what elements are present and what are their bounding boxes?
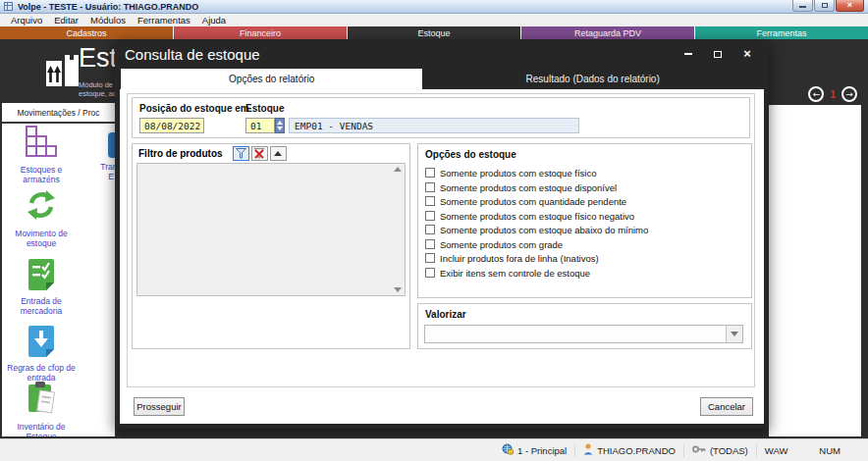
checkbox-quantidade-pendente[interactable]: Somente produtos com quantidade pendente bbox=[425, 195, 626, 207]
window-title: Volpe - TESTE - Usuário: THIAGO.PRANDO bbox=[18, 2, 198, 12]
estoque-code-input[interactable]: 01 bbox=[245, 118, 275, 133]
tab-resultado-relatorio[interactable]: Resultado (Dados do relatório) bbox=[422, 69, 763, 89]
checkbox-sem-controle-estoque[interactable]: Exibir itens sem controle de estoque bbox=[425, 267, 590, 279]
tab-estoque[interactable]: Estoque bbox=[348, 26, 520, 39]
titlebar: Volpe - TESTE - Usuário: THIAGO.PRANDO × bbox=[0, 0, 868, 14]
user-icon bbox=[583, 443, 593, 457]
globe-icon bbox=[502, 443, 514, 457]
transfer-icon bbox=[108, 132, 115, 158]
sidebar-item-transferencia-partial[interactable]: Trans E bbox=[96, 132, 115, 181]
stock-options-title: Opções do estoque bbox=[425, 149, 516, 160]
position-date-input[interactable]: 08/08/2022 bbox=[139, 118, 204, 133]
statusbar: 1 - Principal THIAGO.PRANDO (TODAS) bbox=[0, 438, 868, 461]
dialog-titlebar: Consulta de estoque × bbox=[115, 39, 769, 69]
tab-cadastros[interactable]: Cadastros bbox=[0, 26, 173, 39]
dialog-minimize-button[interactable] bbox=[682, 48, 694, 60]
report-options-groupbox: Posição do estoque em Estoque 08/08/2022… bbox=[127, 93, 755, 387]
cancel-button[interactable]: Cancelar bbox=[700, 397, 753, 416]
status-numlock: NUM bbox=[811, 445, 848, 456]
sidebar: Movimentações / Proc Estoques e armazéns bbox=[2, 103, 115, 436]
estoque-description-field[interactable]: EMP01 - VENDAS bbox=[289, 118, 579, 133]
module-tabs: Cadastros Financeiro Estoque Retaguarda … bbox=[0, 26, 868, 39]
checkbox-abaixo-minimo[interactable]: Somente produtos com estoque abaixo do m… bbox=[425, 224, 648, 235]
position-date-label: Posição do estoque em bbox=[139, 103, 249, 114]
sidebar-item-regras-cfop[interactable]: Regras de cfop de entrada bbox=[2, 324, 81, 383]
checkbox-icon[interactable] bbox=[425, 196, 435, 206]
product-filter-list[interactable] bbox=[136, 163, 406, 296]
checkbox-icon[interactable] bbox=[425, 253, 435, 263]
page-forward-button[interactable]: → bbox=[841, 86, 857, 102]
valorizar-dropdown[interactable] bbox=[424, 325, 743, 343]
module-area: Estoque Módulo de estoque, ac ← 1 → Movi… bbox=[0, 39, 868, 438]
checkbox-icon[interactable] bbox=[425, 211, 435, 221]
status-scope[interactable]: (TODAS) bbox=[684, 444, 756, 456]
clear-filter-button[interactable] bbox=[251, 146, 268, 161]
chevron-down-icon bbox=[731, 332, 738, 336]
menu-ajuda[interactable]: Ajuda bbox=[196, 15, 232, 26]
funnel-clear-icon bbox=[253, 145, 265, 163]
status-user[interactable]: THIAGO.PRANDO bbox=[575, 443, 683, 457]
estoque-label: Estoque bbox=[245, 103, 284, 114]
tab-retaguarda-pdv[interactable]: Retaguarda PDV bbox=[521, 26, 694, 39]
menubar: Arquivo Editar Módulos Ferramentas Ajuda bbox=[0, 14, 868, 26]
tab-ferramentas[interactable]: Ferramentas bbox=[695, 26, 868, 39]
filter-title: Filtro de produtos bbox=[138, 148, 223, 159]
checkbox-com-grade[interactable]: Somente produtos com grade bbox=[425, 238, 563, 250]
checkbox-icon[interactable] bbox=[425, 182, 435, 192]
add-filter-button[interactable] bbox=[233, 146, 249, 161]
page-back-button[interactable]: ← bbox=[808, 86, 824, 102]
proceed-button[interactable]: Prosseguir bbox=[134, 397, 185, 416]
fields-groupbox: Posição do estoque em Estoque 08/08/2022… bbox=[132, 97, 750, 138]
valorizar-section: Valorizar bbox=[417, 303, 752, 349]
sidebar-tab-movimentacoes[interactable]: Movimentações / Proc bbox=[2, 103, 115, 118]
dialog-maximize-button[interactable] bbox=[712, 48, 724, 60]
checkbox-fisico-negativo[interactable]: Somente produtos com estoque físico nega… bbox=[425, 210, 634, 222]
menu-ferramentas[interactable]: Ferramentas bbox=[132, 15, 196, 26]
key-icon bbox=[692, 444, 706, 456]
checkbox-icon[interactable] bbox=[425, 168, 435, 178]
restore-button[interactable] bbox=[814, 0, 835, 12]
tab-financeiro[interactable]: Financeiro bbox=[174, 26, 347, 39]
checkbox-icon[interactable] bbox=[425, 239, 435, 249]
status-station: WAW bbox=[757, 445, 796, 456]
checklist-doc-icon bbox=[27, 257, 56, 294]
crates-icon bbox=[24, 124, 59, 163]
clipboard-icon bbox=[25, 381, 58, 420]
module-subtitle: Módulo de estoque, ac bbox=[79, 80, 117, 98]
sidebar-item-estoques-armazens[interactable]: Estoques e armazéns bbox=[2, 126, 81, 184]
content-panel bbox=[769, 105, 861, 436]
download-doc-icon bbox=[27, 324, 56, 361]
dialog-close-button[interactable]: × bbox=[741, 48, 753, 60]
page-number: 1 bbox=[830, 89, 836, 100]
menu-editar[interactable]: Editar bbox=[48, 15, 84, 26]
app-window: Volpe - TESTE - Usuário: THIAGO.PRANDO ×… bbox=[0, 0, 868, 461]
sidebar-item-entrada-mercadoria[interactable]: Entrada de mercadoria bbox=[2, 257, 81, 316]
checkbox-fora-de-linha[interactable]: Incluir produtos fora de linha (Inativos… bbox=[425, 252, 599, 264]
product-filter-section: Filtro de produtos bbox=[132, 143, 410, 349]
status-company[interactable]: 1 - Principal bbox=[494, 443, 574, 457]
funnel-icon bbox=[236, 145, 246, 163]
stock-options-section: Opções do estoque Somente produtos com e… bbox=[417, 143, 752, 298]
sidebar-item-movimento-estoque[interactable]: Movimento de estoque bbox=[2, 189, 81, 248]
app-icon bbox=[4, 2, 13, 11]
valorizar-label: Valorizar bbox=[425, 309, 466, 320]
scroll-up-icon[interactable] bbox=[394, 167, 402, 172]
cycle-arrows-icon bbox=[24, 187, 59, 227]
collapse-filter-button[interactable] bbox=[270, 146, 287, 161]
checkbox-icon[interactable] bbox=[425, 268, 435, 278]
menu-modulos[interactable]: Módulos bbox=[84, 15, 132, 26]
dialog-tabs: Opções do relatório Resultado (Dados do … bbox=[115, 69, 769, 89]
warehouse-icon bbox=[44, 47, 83, 96]
sidebar-item-inventario-estoque[interactable]: Inventário de Estoque bbox=[2, 383, 81, 436]
estoque-code-stepper[interactable] bbox=[275, 118, 285, 133]
checkbox-estoque-fisico[interactable]: Somente produtos com estoque físico bbox=[425, 167, 596, 179]
tab-opcoes-relatorio[interactable]: Opções do relatório bbox=[121, 69, 422, 89]
checkbox-estoque-disponivel[interactable]: Somente produtos com estoque disponível bbox=[425, 181, 617, 193]
close-button[interactable]: × bbox=[836, 0, 864, 12]
menu-arquivo[interactable]: Arquivo bbox=[5, 15, 48, 26]
dialog-content: Posição do estoque em Estoque 08/08/2022… bbox=[120, 89, 764, 424]
checkbox-icon[interactable] bbox=[425, 225, 435, 234]
scroll-down-icon[interactable] bbox=[394, 287, 402, 292]
dropdown-button[interactable] bbox=[726, 326, 742, 342]
minimize-button[interactable] bbox=[792, 0, 813, 12]
